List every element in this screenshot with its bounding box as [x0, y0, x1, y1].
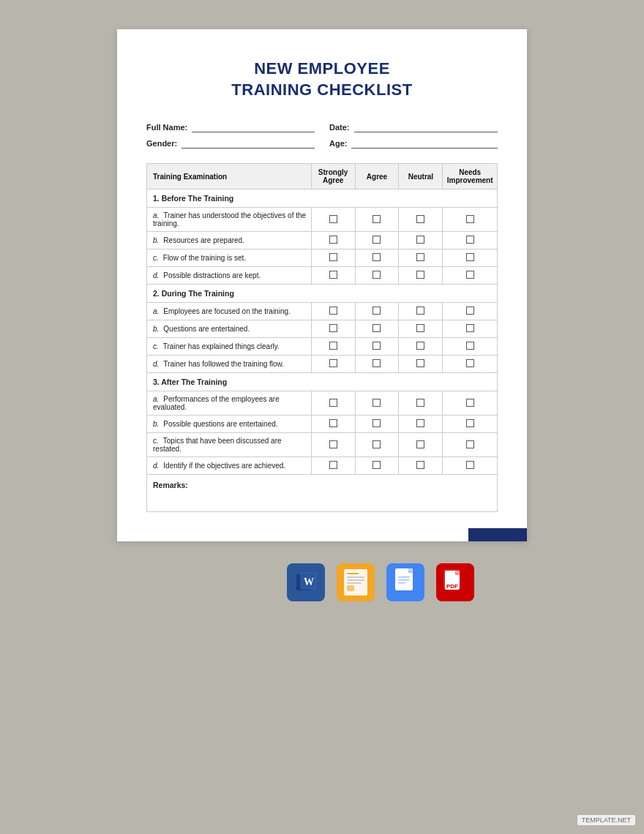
checkbox-2-1-1[interactable] [355, 416, 399, 433]
date-label: Date: [329, 123, 350, 132]
table-row: b.Possible questions are entertained. [147, 416, 498, 433]
checkbox-2-0-3[interactable] [443, 391, 498, 416]
document-page: NEW EMPLOYEE TRAINING CHECKLIST Full Nam… [117, 29, 527, 541]
checkbox-0-3-1[interactable] [355, 267, 399, 285]
checkbox-1-0-0[interactable] [311, 303, 355, 320]
checkbox-0-0-2[interactable] [399, 208, 443, 232]
date-input[interactable] [354, 122, 498, 132]
age-input[interactable] [351, 138, 498, 149]
checklist-table: Training Examination Strongly Agree Agre… [146, 163, 498, 512]
date-field: Date: [329, 122, 498, 132]
svg-rect-17 [398, 582, 405, 584]
checkbox-2-1-0[interactable] [311, 416, 355, 433]
checkbox-2-3-3[interactable] [443, 457, 498, 475]
checkbox-2-2-2[interactable] [399, 433, 443, 457]
checkbox-1-2-2[interactable] [399, 338, 443, 356]
checkbox-2-0-2[interactable] [399, 391, 443, 416]
checkbox-1-3-1[interactable] [355, 356, 399, 373]
page-title: NEW EMPLOYEE TRAINING CHECKLIST [146, 59, 498, 100]
checkbox-2-3-1[interactable] [355, 457, 399, 475]
section-row-1: 1. Before The Training [147, 189, 498, 208]
checkbox-1-0-2[interactable] [399, 303, 443, 320]
section-row-2: 2. During The Training [147, 285, 498, 303]
checkbox-2-1-2[interactable] [399, 416, 443, 433]
pages-icon[interactable] [337, 563, 375, 601]
checkbox-0-1-2[interactable] [399, 232, 443, 249]
checkbox-1-1-1[interactable] [355, 320, 399, 338]
checkbox-1-3-3[interactable] [443, 356, 498, 373]
age-field: Age: [329, 138, 498, 149]
table-row: a.Performances of the employees are eval… [147, 391, 498, 416]
checkbox-2-3-0[interactable] [311, 457, 355, 475]
gender-input[interactable] [181, 138, 315, 149]
table-row: a.Trainer has understood the objectives … [147, 208, 498, 232]
gender-field: Gender: [146, 138, 315, 149]
app-icons-row: W PDF [287, 563, 474, 601]
table-row: c.Topics that have been discussed are re… [147, 433, 498, 457]
table-row: d.Trainer has followed the training flow… [147, 356, 498, 373]
checkbox-2-2-3[interactable] [443, 433, 498, 457]
word-icon[interactable]: W [287, 563, 325, 601]
table-row: c.Trainer has explained things clearly. [147, 338, 498, 356]
checkbox-0-3-0[interactable] [311, 267, 355, 285]
full-name-label: Full Name: [146, 123, 187, 132]
svg-rect-9 [347, 582, 362, 584]
col-header-exam: Training Examination [147, 164, 312, 189]
docs-icon[interactable] [386, 563, 424, 601]
checkbox-0-2-0[interactable] [311, 249, 355, 267]
checkbox-1-2-0[interactable] [311, 338, 355, 356]
checkbox-1-2-1[interactable] [355, 338, 399, 356]
checkbox-1-3-0[interactable] [311, 356, 355, 373]
remarks-row: Remarks: [147, 475, 498, 512]
checkbox-0-2-1[interactable] [355, 249, 399, 267]
checkbox-2-0-0[interactable] [311, 391, 355, 416]
checkbox-1-0-3[interactable] [443, 303, 498, 320]
checkbox-0-1-1[interactable] [355, 232, 399, 249]
svg-rect-8 [347, 579, 364, 581]
gender-label: Gender: [146, 139, 177, 148]
svg-text:W: W [304, 576, 314, 587]
checkbox-0-0-1[interactable] [355, 208, 399, 232]
form-fields: Full Name: Date: Gender: Age: [146, 122, 498, 149]
svg-rect-15 [398, 576, 410, 578]
checkbox-1-1-0[interactable] [311, 320, 355, 338]
checkbox-2-3-2[interactable] [399, 457, 443, 475]
col-header-needs-improvement: Needs Improvement [443, 164, 498, 189]
watermark: TEMPLATE.NET [577, 815, 635, 825]
table-row: b.Resources are prepared. [147, 232, 498, 249]
checkbox-0-1-0[interactable] [311, 232, 355, 249]
checkbox-2-2-0[interactable] [311, 433, 355, 457]
table-row: d.Identify if the objectives are achieve… [147, 457, 498, 475]
section-row-3: 3. After The Training [147, 373, 498, 391]
svg-rect-6 [347, 573, 359, 574]
pdf-icon[interactable]: PDF [436, 563, 474, 601]
checkbox-0-2-3[interactable] [443, 249, 498, 267]
age-label: Age: [329, 139, 347, 148]
col-header-strongly-agree: Strongly Agree [311, 164, 355, 189]
table-row: c.Flow of the training is set. [147, 249, 498, 267]
checkbox-1-2-3[interactable] [443, 338, 498, 356]
col-header-neutral: Neutral [399, 164, 443, 189]
checkbox-0-3-2[interactable] [399, 267, 443, 285]
full-name-input[interactable] [192, 122, 315, 132]
checkbox-1-3-2[interactable] [399, 356, 443, 373]
checkbox-2-2-1[interactable] [355, 433, 399, 457]
checkbox-0-0-3[interactable] [443, 208, 498, 232]
checkbox-0-2-2[interactable] [399, 249, 443, 267]
col-header-agree: Agree [355, 164, 399, 189]
checkbox-0-0-0[interactable] [311, 208, 355, 232]
checkbox-2-0-1[interactable] [355, 391, 399, 416]
blue-corner-decoration [468, 528, 527, 541]
checkbox-1-1-3[interactable] [443, 320, 498, 338]
svg-rect-10 [347, 585, 354, 591]
checkbox-0-3-3[interactable] [443, 267, 498, 285]
svg-text:PDF: PDF [446, 583, 458, 590]
svg-rect-7 [347, 576, 364, 578]
svg-rect-16 [398, 579, 410, 581]
checkbox-2-1-3[interactable] [443, 416, 498, 433]
full-name-field: Full Name: [146, 122, 315, 132]
checkbox-1-1-2[interactable] [399, 320, 443, 338]
checkbox-0-1-3[interactable] [443, 232, 498, 249]
checkbox-1-0-1[interactable] [355, 303, 399, 320]
table-row: a.Employees are focused on the training. [147, 303, 498, 320]
